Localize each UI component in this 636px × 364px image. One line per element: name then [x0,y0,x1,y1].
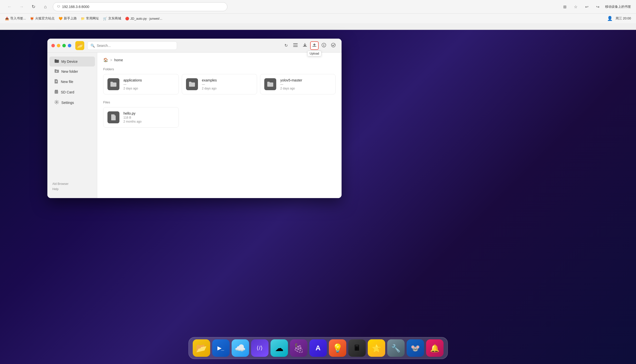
info-icon [322,43,326,48]
breadcrumb-current: home [114,58,123,62]
reload-button[interactable]: ↻ [29,2,38,11]
sidebar-item-sd-card[interactable]: SD Card [49,87,95,98]
bookmark-jd[interactable]: 🛒 京东商城 [103,16,121,21]
folder-applications-name: applications [123,78,142,82]
app-window: 📂 🔍 ↻ [47,38,342,198]
back-history-button[interactable]: ↩ [582,2,591,11]
bookmark-import-icon: 📥 [5,17,9,20]
upload-button[interactable] [310,41,319,50]
folder-examples-size: — [202,83,217,86]
address-bar[interactable]: 🛡 192.168.3.6:8000 [53,2,227,11]
browser-chrome: ← → ↻ ⌂ 🛡 192.168.3.6:8000 ⊞ ☆ ↩ ↪ 移动设备上… [0,0,636,30]
sidebar-new-file-label: New file [61,80,73,84]
sidebar-item-new-folder[interactable]: New folder [49,66,95,76]
ald-browser-link[interactable]: Ald Browser [52,182,92,187]
sidebar-item-settings[interactable]: Settings [49,98,95,108]
download-button[interactable] [301,41,309,50]
new-folder-icon [54,69,59,74]
back-button[interactable]: ← [5,2,14,11]
bookmark-import[interactable]: 📥 导入书签... [5,16,26,21]
sidebar-item-new-file[interactable]: New file [49,76,95,87]
sidebar: My Device New folder New [47,52,97,198]
dock-topnotch-app[interactable]: 🔔 [426,339,443,357]
dock-wrench-app[interactable]: 🔧 [387,339,405,357]
bookmark-newuser-label: 新手上路 [64,16,77,21]
sidebar-item-my-device[interactable]: My Device [49,56,95,66]
upload-tooltip: Upload [307,51,321,56]
dock-cloud2-app[interactable]: ☁ [271,339,288,357]
forward-history-button[interactable]: ↪ [593,2,602,11]
folders-grid: applications — 2 days ago examples — [103,74,336,94]
folder-yolov5-size: — [280,83,302,86]
dock-bulb-app[interactable]: 💡 [329,339,346,357]
close-button[interactable] [51,44,55,47]
bookmarks-bar: 📥 导入书签... 🦊 火狐官方站点 🧡 新手上路 📁 常用网址 🛒 京东商城 … [0,14,636,23]
browser-profile-icon: 👤 [607,16,612,21]
bookmark-common[interactable]: 📁 常用网址 [81,16,99,21]
dock-calc-app[interactable]: 🖩 [348,339,366,357]
dock-grape-app[interactable]: 🍇 [290,339,307,357]
browser-actions-right: ⊞ ☆ ↩ ↪ 移动设备上的书签 [560,2,631,11]
folder-yolov5-date: 2 days ago [280,87,302,90]
upload-icon [312,43,317,48]
folder-yolov5[interactable]: yolov5-master — 2 days ago [260,74,336,94]
folder-examples-icon [186,78,198,90]
list-view-button[interactable] [291,41,300,50]
folder-yolov5-name: yolov5-master [280,78,302,82]
extensions-button[interactable]: ⊞ [560,2,569,11]
svg-rect-6 [55,90,56,91]
minimize-button[interactable] [57,44,60,47]
extra-button[interactable] [68,44,71,47]
dock-files-app[interactable]: 📂 [193,339,210,357]
app-logo-icon: 📂 [77,42,83,48]
info-button[interactable] [320,41,328,50]
dock-terminal-app[interactable]: ▶_ [212,339,230,357]
help-link[interactable]: Help [52,186,92,192]
folder-examples-date: 2 days ago [202,87,217,90]
file-hello-py-date: 2 months ago [123,120,142,123]
folder-examples[interactable]: examples — 2 days ago [182,74,257,94]
dock-code-app[interactable]: ⟨/⟩ [251,339,269,357]
main-content: 🏠 > home Folders applications — [97,52,342,198]
forward-button[interactable]: → [17,2,26,11]
bookmark-jd-icon: 🛒 [103,17,107,20]
checkmark-button[interactable] [329,41,338,50]
search-bar[interactable]: 🔍 [87,41,177,50]
file-hello-py[interactable]: hello.py 116 B 2 months ago [103,107,179,128]
file-hello-py-size: 116 B [123,116,142,119]
browser-time: 周三 20:00 [615,16,631,21]
bookmark-firefox[interactable]: 🦊 火狐官方站点 [30,16,55,21]
folder-applications-icon [108,78,119,90]
files-section-label: Files [103,100,336,104]
folder-icon [54,59,59,64]
sd-card-icon [54,90,58,95]
refresh-icon: ↻ [284,43,288,48]
file-hello-py-icon [108,111,119,123]
refresh-button[interactable]: ↻ [282,41,290,50]
dock-star-app[interactable]: ⭐ [368,339,385,357]
window-titlebar: 📂 🔍 ↻ [47,38,342,52]
home-button[interactable]: ⌂ [41,2,50,11]
folder-yolov5-info: yolov5-master — 2 days ago [280,78,302,90]
download-icon [303,43,307,48]
settings-icon [54,100,59,106]
bookmark-jd-label: 京东商城 [108,16,121,21]
file-hello-py-name: hello.py [123,111,142,115]
svg-rect-7 [56,90,57,91]
svg-rect-0 [293,43,298,44]
dock-mickey-app[interactable]: 🐭 [407,339,424,357]
maximize-button[interactable] [62,44,66,47]
window-content: My Device New folder New [47,52,342,198]
dock-cloud-app[interactable]: ☁️ [232,339,249,357]
search-input[interactable] [97,44,174,48]
bookmark-newuser[interactable]: 🧡 新手上路 [59,16,77,21]
folder-examples-name: examples [202,78,217,82]
bookmark-star-button[interactable]: ☆ [571,2,580,11]
bookmark-jdauto[interactable]: 🔴 JD_auto.py · junwei/... [125,17,162,20]
bookmark-newuser-icon: 🧡 [59,17,63,20]
breadcrumb-separator: > [110,58,112,62]
home-icon[interactable]: 🏠 [103,58,108,62]
bookmark-jdauto-label: JD_auto.py · junwei/... [130,17,162,20]
folder-applications[interactable]: applications — 2 days ago [103,74,179,94]
dock-arc-app[interactable]: A [309,339,327,357]
